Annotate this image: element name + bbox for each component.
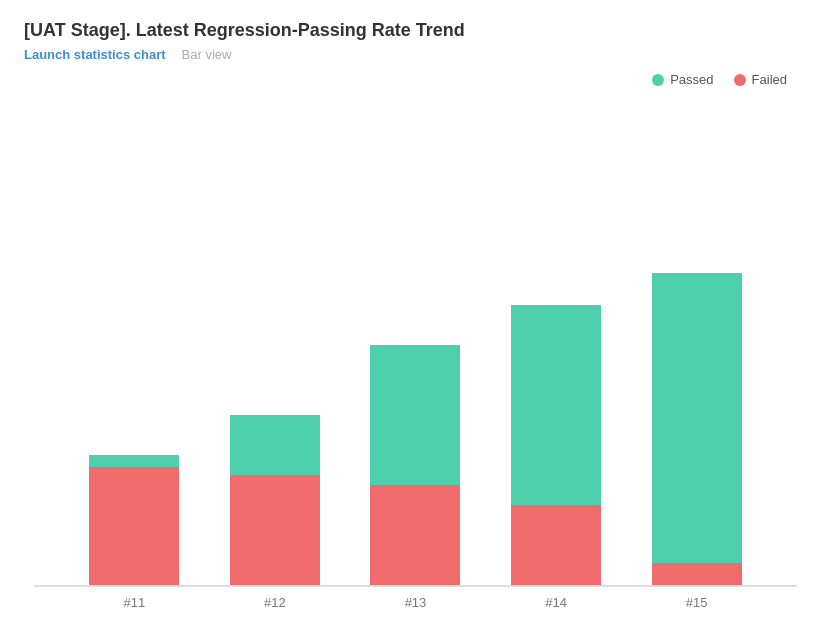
passed-segment bbox=[652, 273, 742, 563]
bar-group bbox=[360, 345, 470, 585]
failed-segment bbox=[652, 563, 742, 585]
chart-wrapper: #11#12#13#14#15 bbox=[24, 103, 807, 610]
failed-segment bbox=[230, 475, 320, 585]
bar-view-link[interactable]: Bar view bbox=[182, 47, 232, 62]
x-axis-label: #12 bbox=[220, 595, 330, 610]
bars-container bbox=[34, 103, 797, 587]
legend-failed: Failed bbox=[734, 72, 787, 87]
bar-group bbox=[501, 305, 611, 585]
passed-label: Passed bbox=[670, 72, 713, 87]
passed-segment bbox=[230, 415, 320, 475]
bar-group bbox=[220, 415, 330, 585]
passed-segment bbox=[370, 345, 460, 485]
passed-segment bbox=[511, 305, 601, 505]
bar-group bbox=[642, 273, 752, 585]
chart-area: Passed Failed #11#12#13#14#15 bbox=[24, 72, 807, 610]
main-container: [UAT Stage]. Latest Regression-Passing R… bbox=[0, 0, 831, 626]
passed-dot bbox=[652, 74, 664, 86]
failed-segment bbox=[89, 467, 179, 585]
failed-segment bbox=[511, 505, 601, 585]
x-axis-label: #11 bbox=[79, 595, 189, 610]
launch-stats-link[interactable]: Launch statistics chart bbox=[24, 47, 166, 62]
bar-group bbox=[79, 455, 189, 585]
x-axis-label: #15 bbox=[642, 595, 752, 610]
failed-dot bbox=[734, 74, 746, 86]
passed-segment bbox=[89, 455, 179, 467]
x-axis-label: #13 bbox=[360, 595, 470, 610]
x-labels: #11#12#13#14#15 bbox=[34, 595, 797, 610]
failed-segment bbox=[370, 485, 460, 585]
failed-label: Failed bbox=[752, 72, 787, 87]
legend-passed: Passed bbox=[652, 72, 713, 87]
legend: Passed Failed bbox=[24, 72, 807, 87]
x-axis-label: #14 bbox=[501, 595, 611, 610]
page-title: [UAT Stage]. Latest Regression-Passing R… bbox=[24, 20, 807, 41]
subtitle-row: Launch statistics chart Bar view bbox=[24, 47, 807, 62]
